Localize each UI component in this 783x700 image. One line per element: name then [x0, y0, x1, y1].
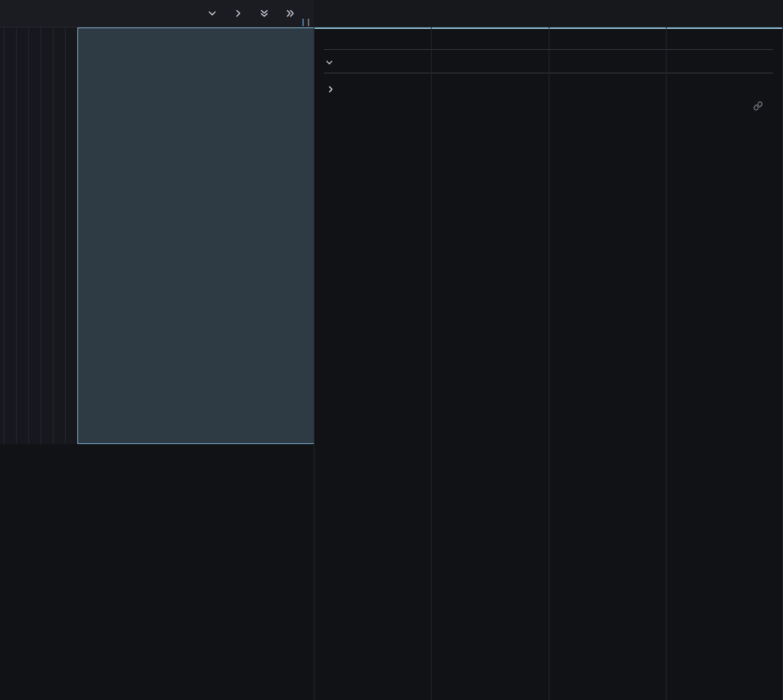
header-bar: | |: [0, 0, 783, 27]
tree-indent-guides: [0, 27, 77, 444]
chevron-down-icon: [207, 9, 217, 18]
collapse-all-button[interactable]: [260, 9, 269, 18]
divider: [324, 49, 773, 50]
timeline-header: [314, 0, 783, 27]
service-operation-header: | |: [0, 0, 314, 27]
span-attributes-header[interactable]: [325, 59, 773, 67]
double-chevron-down-icon: [260, 9, 269, 18]
double-chevron-right-icon: [286, 9, 295, 18]
span-attributes-table: [324, 72, 773, 74]
span-detail-panel: [314, 27, 783, 444]
resource-attributes-row: [324, 85, 773, 93]
link-icon[interactable]: [753, 101, 763, 111]
span-id-row: [324, 101, 773, 111]
span-detail-left: [0, 27, 314, 444]
span-detail-header: [324, 36, 773, 38]
expand-all-button[interactable]: [286, 9, 295, 18]
chevron-right-icon[interactable]: [327, 85, 335, 93]
chevron-down-icon: [325, 59, 333, 67]
expand-one-level-button[interactable]: [234, 9, 243, 18]
trace-viewer: | |: [0, 0, 783, 700]
trace-rows: [0, 27, 783, 700]
column-resize-handle[interactable]: | |: [302, 18, 310, 26]
chevron-right-icon: [234, 9, 243, 18]
selected-span-block[interactable]: [77, 27, 314, 444]
span-detail-row: [0, 27, 783, 444]
tree-controls: [207, 9, 295, 18]
collapse-one-level-button[interactable]: [207, 9, 217, 18]
